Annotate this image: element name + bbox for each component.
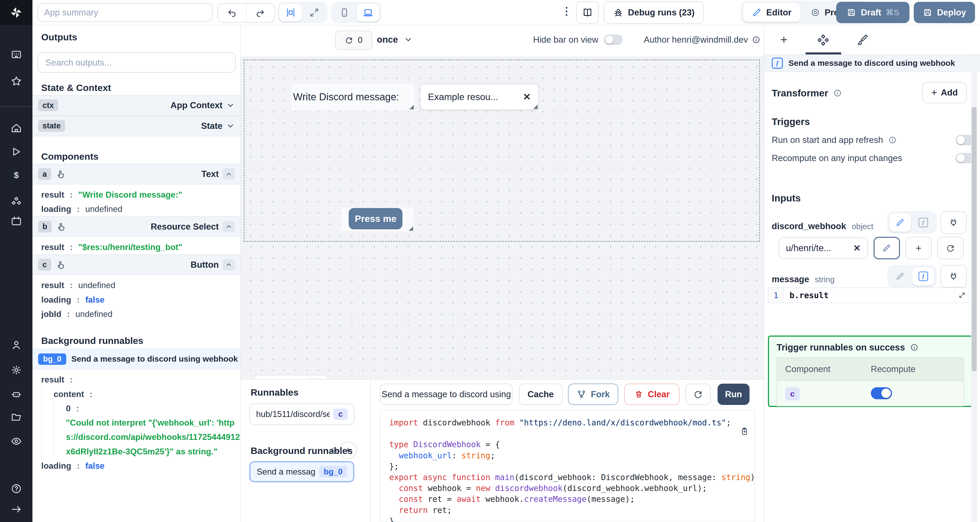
resize-handle[interactable] (533, 104, 538, 109)
kebab-menu[interactable]: ⋮ (561, 5, 572, 17)
audit-eye-icon[interactable] (10, 435, 22, 447)
refresh-counter[interactable]: 0 (335, 30, 372, 50)
fullscreen-button[interactable] (303, 4, 326, 21)
deploy-save-icon (923, 8, 932, 18)
tab-component-settings[interactable] (803, 25, 843, 54)
debug-runs-button[interactable]: Debug runs (23) (604, 2, 704, 24)
static-pencil-mode[interactable] (889, 213, 911, 232)
search-outputs-input[interactable]: Search outputs... (37, 53, 235, 72)
component-a-badge: a (38, 168, 51, 180)
folders-icon[interactable] (10, 411, 22, 423)
refresh-resource-button[interactable] (937, 237, 964, 259)
scrollbar-thumb[interactable] (972, 107, 977, 371)
debug-runs-label: Debug runs (23) (628, 8, 695, 18)
runnable-item[interactable]: hub/1511/discord/se... c (249, 404, 354, 425)
schedules-calendar-icon[interactable] (10, 215, 22, 227)
app-canvas[interactable]: Write Discord message: Example resou... … (241, 56, 764, 379)
app-summary-input[interactable]: App summary (37, 3, 212, 22)
canvas-button-cell[interactable]: Press me (341, 208, 414, 231)
draft-button[interactable]: Draft ⌘S (836, 2, 909, 23)
state-row[interactable]: state State (32, 116, 240, 136)
hand-pointer-icon[interactable] (56, 222, 66, 232)
code-editor[interactable]: import discordwebhook from "https://deno… (380, 410, 755, 522)
line-number: 1 (768, 288, 784, 302)
edit-resource-button[interactable] (873, 237, 900, 259)
collapse-button[interactable] (223, 259, 235, 271)
hand-pointer-icon[interactable] (56, 260, 65, 270)
connect-plug-button[interactable] (940, 211, 967, 234)
scrollbar-track[interactable] (971, 55, 977, 522)
ctx-row[interactable]: ctx App Context (32, 95, 240, 116)
help-icon[interactable] (10, 483, 22, 495)
resize-handle[interactable] (408, 226, 413, 231)
script-title-input[interactable]: Send a message to discord using (380, 384, 512, 405)
message-expr-editor[interactable]: 1 b.result (768, 287, 969, 303)
reload-button[interactable] (686, 384, 711, 405)
component-row-c[interactable]: c Button (32, 254, 240, 275)
copy-code-icon[interactable] (740, 427, 749, 436)
apps-icon[interactable] (10, 49, 22, 60)
resources-cubes-icon[interactable] (10, 195, 22, 207)
book-icon (582, 7, 593, 18)
windmill-logo[interactable] (0, 0, 32, 25)
bg0-row[interactable]: bg_0 Send a message to discord using web… (32, 349, 240, 369)
add-background-runnable-button[interactable]: + (339, 442, 356, 459)
deploy-button[interactable]: Deploy (914, 2, 975, 23)
connect-plug-button[interactable] (940, 265, 967, 287)
eval-f-mode[interactable]: f (912, 267, 934, 285)
info-icon[interactable] (910, 343, 919, 352)
hide-bar-toggle[interactable] (604, 35, 623, 45)
runs-play-icon[interactable] (10, 146, 22, 158)
tab-editor[interactable]: Editor (743, 3, 800, 22)
collapse-arrow-icon[interactable] (10, 503, 22, 515)
expand-editor-icon[interactable] (955, 288, 969, 302)
fork-button[interactable]: Fork (568, 384, 618, 405)
press-me-button[interactable]: Press me (349, 208, 402, 229)
interval-dropdown[interactable]: once (377, 30, 413, 49)
canvas-text-component[interactable]: Write Discord message: (291, 84, 414, 110)
chevron-down-icon[interactable] (226, 101, 235, 110)
component-row-b[interactable]: b Resource Select (32, 216, 240, 237)
component-row-a[interactable]: a Text (32, 164, 240, 185)
create-resource-button[interactable]: + (905, 237, 932, 259)
runnable-item-selected[interactable]: Send a message... bg_0 (249, 461, 354, 482)
info-icon[interactable] (833, 89, 842, 97)
mobile-view-button[interactable] (333, 4, 355, 21)
variables-dollar-icon[interactable]: $ (10, 169, 22, 183)
resize-handle[interactable] (409, 104, 414, 109)
tab-styling[interactable] (843, 25, 883, 54)
collapse-button[interactable] (223, 168, 235, 180)
clear-x-icon[interactable]: ✕ (523, 91, 531, 102)
center-align-button[interactable] (279, 4, 302, 21)
tab-insert-component[interactable]: + (764, 25, 804, 54)
info-icon[interactable] (330, 447, 338, 455)
clear-button[interactable]: Clear (624, 384, 679, 405)
cache-button[interactable]: Cache (519, 384, 563, 405)
hand-pointer-icon[interactable] (56, 169, 65, 179)
code-lines: import discordwebhook from "https://deno… (389, 417, 754, 522)
users-icon[interactable] (10, 339, 22, 351)
info-icon[interactable] (752, 35, 760, 44)
desktop-view-button[interactable] (357, 4, 379, 21)
undo-button[interactable] (218, 4, 247, 22)
settings-gear-icon[interactable] (10, 364, 22, 376)
chevron-down-icon[interactable] (226, 122, 235, 130)
docs-button[interactable] (576, 2, 599, 24)
eval-f-mode[interactable]: f (912, 213, 934, 232)
refresh-icon (345, 36, 353, 45)
collapse-button[interactable] (223, 221, 235, 232)
clear-x-icon[interactable]: ✕ (853, 243, 861, 253)
canvas-resource-select[interactable]: Example resou... ✕ (420, 84, 539, 110)
info-icon[interactable] (888, 136, 897, 145)
workers-robot-icon[interactable] (10, 388, 22, 400)
bg0-badge: bg_0 (38, 353, 66, 365)
recompute-c-toggle[interactable] (871, 387, 892, 399)
redo-button[interactable] (247, 4, 274, 22)
run-button[interactable]: Run (718, 384, 749, 405)
add-transformer-button[interactable]: +Add (923, 82, 967, 103)
ctx-badge: ctx (38, 99, 58, 111)
static-pencil-mode[interactable] (889, 267, 911, 285)
home-icon[interactable] (10, 122, 22, 134)
favorites-star-icon[interactable] (10, 75, 22, 87)
resource-select-input[interactable]: u/henri/te... ✕ (778, 237, 868, 259)
